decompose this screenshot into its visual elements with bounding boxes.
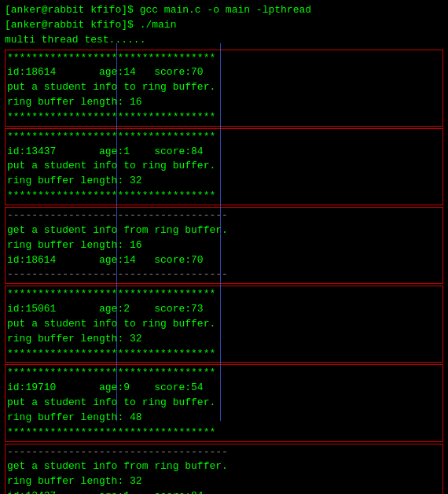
producer-3-line-2: put a student info to ring buffer. <box>7 317 441 332</box>
producer-4-line-1: id:19710 age:9 score:54 <box>7 381 441 396</box>
stars-8: ********************************** <box>7 426 441 441</box>
stars-4: ********************************** <box>7 189 441 204</box>
producer-block-4: ********************************** id:19… <box>5 364 443 441</box>
terminal: [anker@rabbit kfifo]$ gcc main.c -o main… <box>0 0 448 494</box>
prompt-line-1: [anker@rabbit kfifo]$ gcc main.c -o main… <box>5 3 443 18</box>
producer-2-line-1: id:13437 age:1 score:84 <box>7 145 441 160</box>
consumer-block-2: ------------------------------------ get… <box>5 444 443 494</box>
producer-block-3: ********************************** id:15… <box>5 286 443 363</box>
prompt-line-2: [anker@rabbit kfifo]$ ./main <box>5 18 443 33</box>
stars-2: ********************************** <box>7 110 441 125</box>
producer-3-line-3: ring buffer length: 32 <box>7 332 441 347</box>
consumer-1-line-2: ring buffer length: 16 <box>7 238 441 253</box>
blue-line-2 <box>220 43 221 421</box>
stars-7: ********************************** <box>7 366 441 381</box>
dashes-2: ------------------------------------ <box>7 267 441 282</box>
consumer-2-line-2: ring buffer length: 32 <box>7 474 441 489</box>
producer-3-line-1: id:15061 age:2 score:73 <box>7 302 441 317</box>
stars-6: ********************************** <box>7 347 441 362</box>
dashes-1: ------------------------------------ <box>7 208 441 223</box>
producer-1-line-2: put a student info to ring buffer. <box>7 80 441 95</box>
producer-block-1: ********************************** id:18… <box>5 50 443 127</box>
producer-2-line-3: ring buffer length: 32 <box>7 174 441 189</box>
producer-1-line-3: ring buffer length: 16 <box>7 95 441 110</box>
stars-5: ********************************** <box>7 287 441 302</box>
stars-3: ********************************** <box>7 130 441 145</box>
blue-line-1 <box>116 43 117 421</box>
producer-4-line-3: ring buffer length: 48 <box>7 411 441 426</box>
producer-4-line-2: put a student info to ring buffer. <box>7 396 441 411</box>
producer-2-line-2: put a student info to ring buffer. <box>7 159 441 174</box>
stars-1: ********************************** <box>7 51 441 66</box>
consumer-block-1: ------------------------------------ get… <box>5 207 443 284</box>
consumer-2-line-3: id:13437 age:1 score:84 <box>7 489 441 494</box>
consumer-1-line-1: get a student info from ring buffer. <box>7 223 441 238</box>
producer-block-2: ********************************** id:13… <box>5 128 443 205</box>
producer-1-line-1: id:18614 age:14 score:70 <box>7 65 441 80</box>
consumer-2-line-1: get a student info from ring buffer. <box>7 459 441 474</box>
prompt-line-3: multi thread test...... <box>5 33 443 48</box>
dashes-3: ------------------------------------ <box>7 445 441 460</box>
consumer-1-line-3: id:18614 age:14 score:70 <box>7 253 441 268</box>
